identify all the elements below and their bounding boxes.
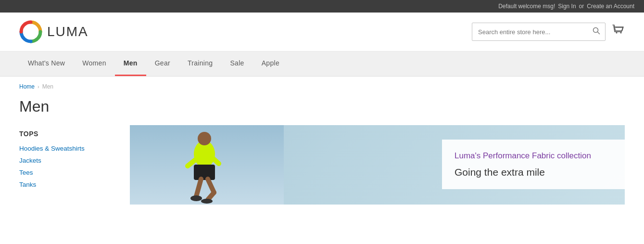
search-input[interactable]: [472, 25, 588, 39]
svg-point-4: [616, 32, 618, 34]
search-icon: [593, 27, 600, 35]
svg-point-5: [620, 32, 622, 34]
nav-item-training[interactable]: Training: [179, 51, 221, 76]
header: LUMA: [0, 13, 644, 51]
runner-illustration: [130, 125, 284, 205]
hero-title: Luma's Performance Fabric collection: [455, 150, 612, 162]
page-title: Men: [0, 94, 644, 125]
nav-item-apple[interactable]: Apple: [253, 51, 288, 76]
svg-rect-11: [194, 165, 215, 180]
sidebar-item-tanks[interactable]: Tanks: [19, 179, 115, 191]
content-area: Luma's Performance Fabric collection Goi…: [130, 125, 625, 221]
logo-text: LUMA: [47, 24, 88, 39]
sidebar-item-jackets[interactable]: Jackets: [19, 154, 115, 167]
nav-item-men[interactable]: Men: [115, 51, 146, 76]
search-wrapper: [472, 23, 606, 41]
hero-banner: Luma's Performance Fabric collection Goi…: [130, 125, 625, 205]
svg-point-15: [190, 195, 202, 201]
breadcrumb-home[interactable]: Home: [19, 83, 35, 90]
cart-button[interactable]: [612, 24, 625, 39]
nav-item-what's-new[interactable]: What's New: [19, 51, 74, 76]
sidebar-item-hoodies-and-sweatshirts[interactable]: Hoodies & Sweatshirts: [19, 142, 115, 154]
nav-item-gear[interactable]: Gear: [146, 51, 179, 76]
welcome-message: Default welcome msg!: [498, 3, 555, 10]
or-separator: or: [579, 3, 584, 10]
search-button[interactable]: [588, 23, 605, 40]
logo[interactable]: LUMA: [19, 20, 88, 43]
hero-image: [130, 125, 284, 205]
top-bar: Default welcome msg! Sign In or Create a…: [0, 0, 644, 13]
create-account-link[interactable]: Create an Account: [587, 3, 634, 10]
sidebar: TOPS Hoodies & SweatshirtsJacketsTeesTan…: [19, 125, 130, 221]
nav-item-sale[interactable]: Sale: [221, 51, 253, 76]
hero-subtitle: Going the extra mile: [455, 166, 612, 179]
main-nav: What's NewWomenMenGearTrainingSaleApple: [0, 51, 644, 77]
breadcrumb-current: Men: [42, 83, 53, 90]
svg-line-2: [598, 32, 600, 34]
svg-point-8: [198, 132, 211, 145]
main-content: TOPS Hoodies & SweatshirtsJacketsTeesTan…: [0, 125, 644, 221]
signin-link[interactable]: Sign In: [558, 3, 576, 10]
nav-item-women[interactable]: Women: [74, 51, 114, 76]
cart-icon: [612, 24, 625, 37]
sidebar-section-title: TOPS: [19, 130, 115, 138]
breadcrumb: Home › Men: [0, 77, 644, 94]
sidebar-item-tees[interactable]: Tees: [19, 167, 115, 179]
hero-text-box: Luma's Performance Fabric collection Goi…: [442, 140, 625, 189]
header-right: [472, 23, 625, 41]
logo-icon: [19, 20, 42, 43]
svg-point-16: [201, 199, 213, 204]
breadcrumb-separator: ›: [38, 84, 39, 90]
